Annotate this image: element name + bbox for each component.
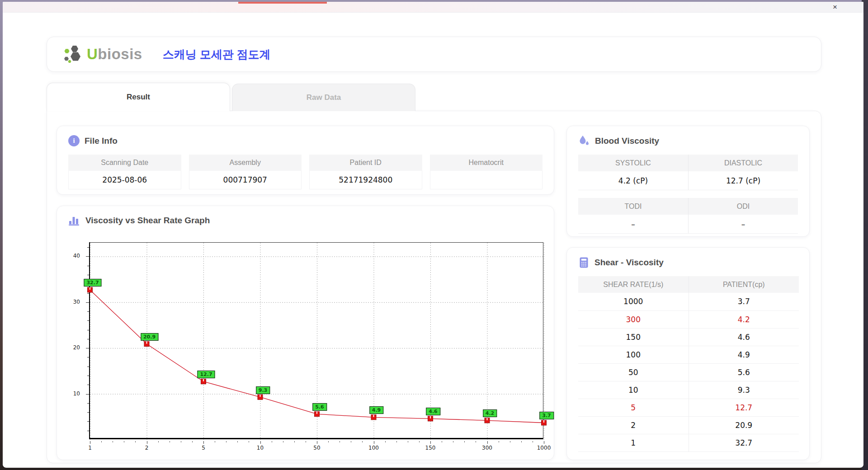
x-axis-minor-tick (533, 441, 533, 442)
table-row: 109.3 (578, 381, 799, 399)
file-info-field: Scanning Date2025-08-06 (68, 155, 181, 189)
x-axis-minor-tick (442, 441, 442, 442)
y-axis-minor-tick (87, 330, 89, 330)
data-point-notch (487, 418, 488, 420)
header-card: Ubiosis 스캐닝 모세관 점도계 (47, 37, 821, 72)
y-axis-minor-tick (87, 403, 89, 404)
logo-text: Ubiosis (87, 46, 142, 63)
graph-card: Viscosity vs Shear Rate Graph 10203040 3… (57, 206, 554, 460)
field-value: 52171924800 (309, 171, 422, 189)
table-row: 505.6 (578, 363, 799, 381)
table-row: 1504.6 (578, 328, 799, 346)
shear-rate-cell: 100 (578, 346, 689, 363)
data-point-label: 9.3 (256, 386, 270, 394)
shear-rate-cell: 150 (578, 328, 689, 346)
blood-viscosity-table: SYSTOLICDIASTOLIC4.2 (cP)12.7 (cP)TODIOD… (567, 155, 809, 234)
blood-viscosity-card: Blood Viscosity SYSTOLICDIASTOLIC4.2 (cP… (566, 126, 810, 237)
tab-result[interactable]: Result (47, 83, 230, 111)
data-point-notch (146, 342, 147, 344)
x-axis-minor-tick (272, 441, 272, 442)
tab-content-panel: i File Info Scanning Date2025-08-06Assem… (47, 111, 821, 463)
data-point-label: 20.9 (141, 333, 158, 341)
x-axis-minor-tick (113, 441, 113, 442)
data-point-notch (373, 415, 374, 417)
x-axis-tick-label: 300 (482, 445, 492, 451)
data-point-label: 4.6 (426, 408, 440, 415)
x-axis-minor-tick (226, 441, 226, 442)
close-button[interactable]: × (830, 2, 840, 12)
x-axis-minor-tick (101, 441, 102, 442)
patient-viscosity-cell: 3.7 (689, 293, 799, 310)
y-axis-minor-tick (87, 247, 89, 248)
x-axis-tick-label: 2 (145, 445, 149, 451)
chart-plot-area: 32.720.912.79.35.64.94.64.23.71251050100… (89, 242, 543, 439)
x-axis-minor-tick (170, 441, 170, 442)
titlebar-accent (238, 2, 327, 4)
x-axis-minor-tick (249, 441, 249, 442)
logo-hexagons-icon (63, 45, 84, 63)
y-axis-tick-label: 40 (73, 253, 80, 259)
x-axis-major-tick (317, 441, 317, 444)
data-point-label: 32.7 (84, 279, 101, 287)
file-info-title: File Info (85, 136, 118, 146)
window-content: Ubiosis 스캐닝 모세관 점도계 ResultRaw Data i Fil… (3, 13, 863, 467)
field-value: 2025-08-06 (68, 171, 181, 189)
x-axis-minor-tick (294, 441, 295, 442)
x-axis-minor-tick (237, 441, 238, 442)
data-point-notch (430, 416, 431, 418)
x-axis-minor-tick (396, 441, 397, 442)
y-axis-major-tick (86, 256, 89, 257)
bv-metric-label: SYSTOLIC (578, 155, 688, 171)
x-axis-minor-tick (351, 441, 351, 442)
tab-raw-data[interactable]: Raw Data (232, 84, 415, 111)
data-point-notch (543, 420, 544, 423)
data-point-label: 4.9 (369, 406, 384, 414)
y-axis-tick-label: 10 (73, 390, 80, 397)
x-axis-major-tick (147, 441, 147, 444)
x-axis-minor-tick (385, 441, 386, 442)
x-axis-minor-tick (453, 441, 453, 442)
data-point-notch (260, 395, 261, 397)
y-axis-minor-tick (87, 357, 89, 357)
y-axis-major-tick (86, 394, 89, 395)
tab-bar: ResultRaw Data (47, 83, 415, 111)
x-axis-minor-tick (362, 441, 363, 442)
table-row: 132.7 (578, 434, 799, 451)
data-point-label: 3.7 (539, 412, 554, 419)
shear-rate-cell: 300 (578, 310, 689, 328)
y-axis-minor-tick (87, 266, 89, 266)
x-axis-major-tick (487, 441, 488, 444)
field-label: Assembly (189, 155, 302, 171)
y-axis-minor-tick (87, 320, 89, 321)
x-axis-minor-tick (510, 441, 510, 442)
shear-rate-cell: 1 (578, 434, 689, 451)
x-axis-minor-tick (283, 441, 283, 442)
y-axis-major-tick (86, 302, 89, 303)
droplets-icon (578, 135, 590, 147)
x-axis-tick-label: 1000 (537, 445, 551, 451)
data-point-label: 5.6 (312, 403, 327, 411)
x-axis-tick-label: 10 (257, 445, 264, 451)
table-row: 1004.9 (578, 346, 799, 363)
x-axis-minor-tick (181, 441, 181, 442)
x-axis-tick-label: 5 (202, 445, 205, 451)
patient-viscosity-cell: 5.6 (689, 363, 799, 381)
app-title: 스캐닝 모세관 점도계 (163, 47, 271, 62)
app-window: × Ubiosis 스캐닝 모세관 점도계 ResultRa (3, 2, 863, 468)
blood-viscosity-header: Blood Viscosity (567, 126, 809, 147)
data-point-notch (316, 412, 317, 414)
shear-rate-cell: 1000 (578, 293, 689, 310)
file-info-field: Hematocrit (430, 155, 543, 189)
x-axis-minor-tick (419, 441, 420, 442)
data-point-notch (203, 379, 204, 381)
table-column-header: SHEAR RATE(1/s) (578, 276, 689, 293)
x-axis-tick-label: 150 (425, 445, 436, 451)
file-info-field: Assembly000717907 (189, 155, 302, 189)
patient-viscosity-cell: 4.2 (689, 310, 799, 328)
y-axis-minor-tick (87, 311, 89, 312)
field-label: Scanning Date (68, 155, 181, 171)
x-axis-tick-label: 1 (88, 445, 92, 451)
y-axis-minor-tick (87, 367, 89, 367)
x-axis-minor-tick (306, 441, 306, 442)
blood-viscosity-group: TODIODI–– (578, 198, 798, 234)
